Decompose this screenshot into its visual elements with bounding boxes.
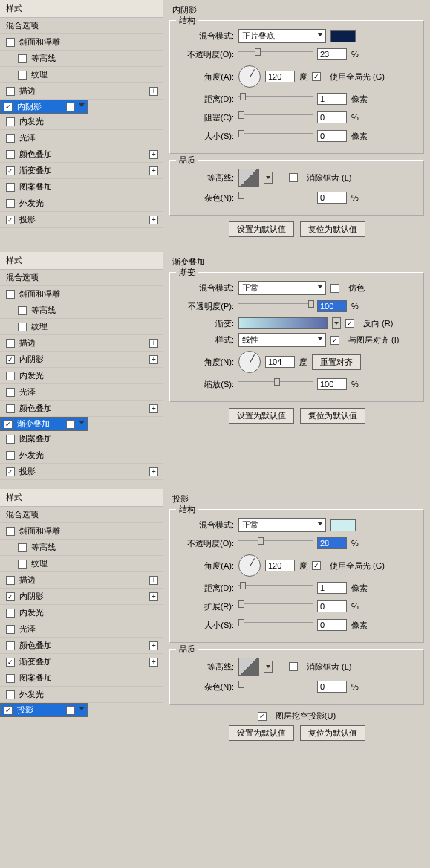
blend-mode-select[interactable]: 正片叠底: [238, 29, 326, 43]
noise-slider[interactable]: [238, 195, 313, 205]
noise-slider[interactable]: [238, 684, 313, 694]
choke-input[interactable]: [317, 111, 347, 123]
antialias-check[interactable]: [289, 662, 298, 671]
stroke-row[interactable]: 描边+: [0, 83, 163, 100]
drop-shadow-row-sel[interactable]: 投影+: [0, 703, 88, 717]
grad-overlay-row[interactable]: 渐变叠加+: [0, 163, 163, 179]
inner-shadow-row[interactable]: 内阴影+: [0, 100, 88, 114]
styles-sidebar-3: 样式 混合选项 斜面和浮雕 等高线 纹理 描边+ 内阴影+ 内发光 光泽 颜色叠…: [0, 489, 163, 747]
set-default-button[interactable]: 设置为默认值: [229, 408, 294, 424]
size-slider[interactable]: [238, 622, 313, 632]
checkbox[interactable]: [6, 38, 15, 47]
choke-slider[interactable]: [238, 114, 313, 125]
dither-check[interactable]: [330, 284, 339, 293]
angle-input[interactable]: [265, 356, 295, 368]
pattern-overlay-row[interactable]: 图案叠加: [0, 179, 163, 195]
panel-title: 内阴影: [169, 3, 424, 17]
color-swatch[interactable]: [330, 519, 356, 531]
distance-input[interactable]: [317, 582, 347, 594]
drop-shadow-row[interactable]: 投影+: [0, 212, 163, 228]
align-check[interactable]: [330, 336, 339, 345]
blend-options[interactable]: 混合选项: [0, 18, 163, 34]
texture-row[interactable]: 纹理: [0, 67, 163, 83]
angle-input[interactable]: [265, 560, 295, 571]
distance-input[interactable]: [317, 93, 347, 105]
outer-glow-row[interactable]: 外发光: [0, 195, 163, 212]
antialias-check[interactable]: [289, 173, 298, 182]
bevel-row[interactable]: 斜面和浮雕: [0, 34, 163, 51]
opacity-input[interactable]: [317, 537, 347, 549]
distance-slider[interactable]: [238, 585, 313, 595]
satin-row[interactable]: 光泽: [0, 130, 163, 146]
spread-input[interactable]: [317, 600, 347, 612]
sb-title: 样式: [0, 0, 163, 18]
reset-default-button[interactable]: 复位为默认值: [300, 725, 365, 741]
scale-slider[interactable]: [238, 381, 313, 392]
contour-row[interactable]: 等高线: [0, 51, 163, 67]
reset-align-button[interactable]: 重置对齐: [312, 354, 361, 370]
knockout-check[interactable]: [258, 712, 267, 721]
opacity-slider[interactable]: [238, 51, 313, 62]
blend-mode-select[interactable]: 正常: [238, 281, 326, 295]
size-input[interactable]: [317, 130, 347, 142]
opacity-slider[interactable]: [238, 540, 313, 551]
color-swatch[interactable]: [330, 30, 356, 42]
noise-input[interactable]: [317, 192, 347, 204]
grad-overlay-row-sel[interactable]: 渐变叠加+: [0, 417, 88, 431]
angle-dial[interactable]: [238, 351, 261, 373]
distance-slider[interactable]: [238, 96, 313, 106]
spread-slider[interactable]: [238, 603, 313, 614]
opacity-slider[interactable]: [238, 303, 313, 314]
noise-input[interactable]: [317, 681, 347, 693]
style-select[interactable]: 线性: [238, 333, 326, 347]
reset-default-button[interactable]: 复位为默认值: [300, 221, 365, 237]
scale-input[interactable]: [317, 378, 347, 390]
plus-icon[interactable]: +: [149, 87, 158, 96]
angle-input[interactable]: [265, 71, 295, 82]
set-default-button[interactable]: 设置为默认值: [229, 725, 294, 741]
size-input[interactable]: [317, 619, 347, 631]
angle-dial[interactable]: [238, 554, 261, 577]
gradient-dropdown[interactable]: [332, 317, 341, 329]
gradient-overlay-panel: 渐变叠加 渐变 混合模式:正常仿色 不透明度(P):% 渐变:反向 (R) 样式…: [163, 252, 430, 480]
opacity-input[interactable]: [317, 300, 347, 312]
set-default-button[interactable]: 设置为默认值: [229, 221, 294, 237]
global-light-check[interactable]: [312, 561, 321, 570]
inner-glow-row[interactable]: 内发光: [0, 114, 163, 130]
angle-dial[interactable]: [238, 65, 261, 88]
drop-shadow-panel: 投影 结构 混合模式:正常 不透明度(O):% 角度(A):度使用全局光 (G)…: [163, 489, 430, 747]
global-light-check[interactable]: [312, 72, 321, 81]
size-slider[interactable]: [238, 133, 313, 143]
contour-picker[interactable]: [238, 169, 259, 187]
styles-sidebar: 样式 混合选项 斜面和浮雕 等高线 纹理 描边+ 内阴影+ 内发光 光泽 颜色叠…: [0, 0, 163, 243]
reverse-check[interactable]: [345, 319, 354, 328]
contour-picker[interactable]: [238, 658, 259, 676]
color-overlay-row[interactable]: 颜色叠加+: [0, 146, 163, 163]
reset-default-button[interactable]: 复位为默认值: [300, 408, 365, 424]
contour-dropdown[interactable]: [264, 172, 273, 184]
opacity-input[interactable]: [317, 48, 347, 60]
inner-shadow-panel: 内阴影 结构 混合模式:正片叠底 不透明度(O):% 角度(A):度使用全局光 …: [163, 0, 430, 243]
blend-mode-select[interactable]: 正常: [238, 518, 326, 532]
styles-sidebar-2: 样式 混合选项 斜面和浮雕 等高线 纹理 描边+ 内阴影+ 内发光 光泽 颜色叠…: [0, 252, 163, 480]
gradient-picker[interactable]: [238, 317, 328, 329]
